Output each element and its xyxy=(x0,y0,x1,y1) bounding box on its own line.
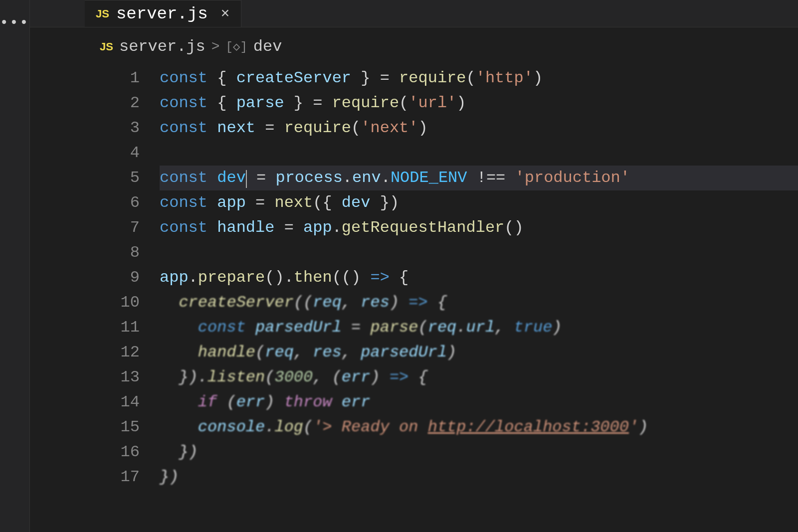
code-editor[interactable]: const { createServer } = require('http')… xyxy=(160,66,798,532)
line-number: 1 xyxy=(30,66,140,91)
line-number: 3 xyxy=(30,116,140,141)
code-line[interactable]: app.prepare().then(() => { xyxy=(160,265,798,290)
code-line[interactable]: }).listen(3000, (err) => { xyxy=(160,365,798,390)
line-number: 17 xyxy=(30,465,140,490)
line-number: 7 xyxy=(30,215,140,240)
code-line[interactable] xyxy=(160,141,798,166)
breadcrumb-file: server.js xyxy=(119,37,205,56)
tab-server-js[interactable]: JS server.js × xyxy=(85,0,241,27)
code-line[interactable]: createServer((req, res) => { xyxy=(160,290,798,315)
code-line[interactable]: console.log('> Ready on http://localhost… xyxy=(160,415,798,440)
chevron-right-icon: > xyxy=(211,39,220,54)
tab-title: server.js xyxy=(116,4,208,23)
line-number: 14 xyxy=(30,390,140,415)
line-number: 13 xyxy=(30,365,140,390)
breadcrumb-symbol: dev xyxy=(253,37,282,56)
line-number: 10 xyxy=(30,290,140,315)
line-number: 16 xyxy=(30,440,140,465)
code-line[interactable] xyxy=(160,240,798,265)
line-number: 9 xyxy=(30,265,140,290)
line-number: 4 xyxy=(30,141,140,166)
code-line[interactable]: const next = require('next') xyxy=(160,116,798,141)
line-number: 6 xyxy=(30,190,140,215)
tab-bar: JS server.js × xyxy=(30,0,798,27)
close-icon[interactable]: × xyxy=(221,5,230,22)
code-line[interactable]: const handle = app.getRequestHandler() xyxy=(160,215,798,240)
activity-bar: ••• xyxy=(0,0,30,532)
line-number: 5 xyxy=(30,166,140,190)
line-number: 12 xyxy=(30,340,140,365)
js-file-icon: JS xyxy=(100,40,113,53)
symbol-variable-icon: [◇] xyxy=(226,39,247,54)
code-line[interactable]: const { parse } = require('url') xyxy=(160,91,798,116)
breadcrumb[interactable]: JS server.js > [◇] dev xyxy=(30,27,798,63)
code-area: 1 2 3 4 5 6 7 8 9 10 11 12 13 14 15 16 1… xyxy=(30,63,798,532)
line-number: 11 xyxy=(30,315,140,340)
code-line[interactable]: }) xyxy=(160,440,798,465)
line-number: 8 xyxy=(30,240,140,265)
code-line[interactable]: handle(req, res, parsedUrl) xyxy=(160,340,798,365)
code-line[interactable]: const app = next({ dev }) xyxy=(160,190,798,215)
code-line[interactable]: const parsedUrl = parse(req.url, true) xyxy=(160,315,798,340)
js-file-icon: JS xyxy=(96,7,109,20)
code-line[interactable]: const { createServer } = require('http') xyxy=(160,66,798,91)
editor-container: ••• JS server.js × JS server.js > [◇] de… xyxy=(0,0,798,532)
line-number: 15 xyxy=(30,415,140,440)
code-line[interactable]: const dev = process.env.NODE_ENV !== 'pr… xyxy=(160,166,798,190)
code-line[interactable]: if (err) throw err xyxy=(160,390,798,415)
line-number-gutter: 1 2 3 4 5 6 7 8 9 10 11 12 13 14 15 16 1… xyxy=(30,66,160,532)
code-line[interactable]: }) xyxy=(160,465,798,490)
line-number: 2 xyxy=(30,91,140,116)
main-area: JS server.js × JS server.js > [◇] dev 1 … xyxy=(30,0,798,532)
more-icon[interactable]: ••• xyxy=(0,15,29,30)
